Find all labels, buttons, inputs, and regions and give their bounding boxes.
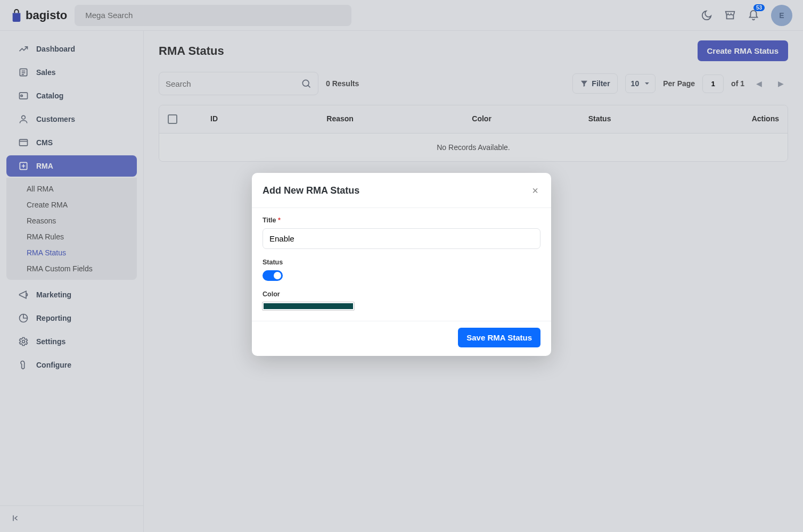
color-picker[interactable]	[263, 302, 354, 310]
add-rma-status-modal: Add New RMA Status × Title * Status Colo…	[252, 173, 551, 356]
modal-overlay[interactable]: Add New RMA Status × Title * Status Colo…	[0, 0, 803, 532]
modal-title: Add New RMA Status	[263, 185, 359, 196]
status-toggle[interactable]	[263, 270, 283, 281]
save-rma-status-button[interactable]: Save RMA Status	[458, 328, 540, 347]
color-label: Color	[263, 290, 540, 298]
title-label: Title *	[263, 217, 540, 224]
close-icon[interactable]: ×	[530, 182, 540, 199]
toggle-knob	[274, 272, 281, 279]
title-input[interactable]	[263, 228, 540, 249]
status-label: Status	[263, 259, 540, 266]
